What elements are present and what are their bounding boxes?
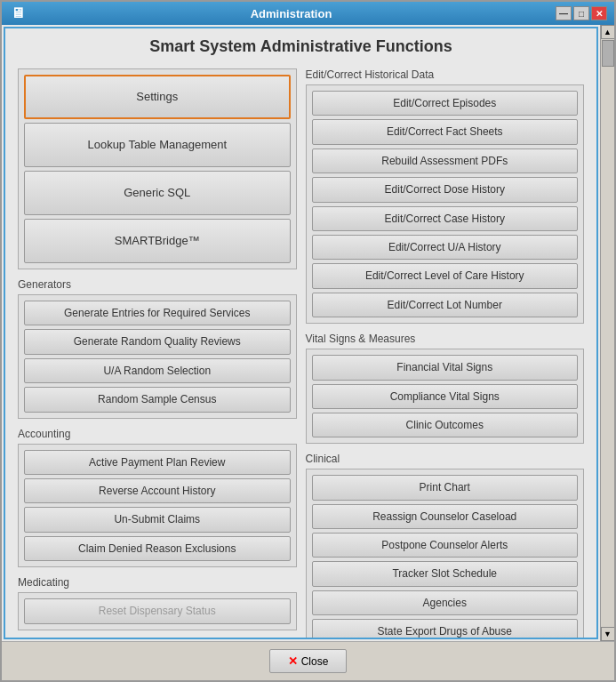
settings-button[interactable]: Settings — [24, 75, 291, 119]
print-chart-button[interactable]: Print Chart — [312, 475, 579, 500]
edit-correct-section: Edit/Correct Historical Data Edit/Correc… — [306, 68, 585, 324]
edit-fact-sheets-button[interactable]: Edit/Correct Fact Sheets — [312, 119, 579, 144]
generators-section: Generators Generate Entries for Required… — [18, 278, 297, 419]
scroll-down-button[interactable]: ▼ — [601, 627, 615, 641]
layout-grid: Settings Lookup Table Management Generic… — [18, 68, 584, 639]
un-submit-button[interactable]: Un-Submit Claims — [24, 507, 291, 532]
state-export-button[interactable]: State Export Drugs of Abuse — [312, 619, 579, 639]
main-window: 🖥 Administration — □ ✕ Smart System Admi… — [0, 0, 616, 682]
edit-correct-label: Edit/Correct Historical Data — [306, 68, 585, 81]
generators-group: Generate Entries for Required Services G… — [18, 294, 297, 419]
edit-correct-group: Edit/Correct Episodes Edit/Correct Fact … — [306, 84, 585, 324]
edit-episodes-button[interactable]: Edit/Correct Episodes — [312, 91, 579, 116]
edit-case-button[interactable]: Edit/Correct Case History — [312, 206, 579, 231]
footer: ✕ Close — [2, 641, 614, 680]
medicating-section: Medicating Reset Dispensary Status — [18, 576, 297, 630]
edit-ua-button[interactable]: Edit/Correct U/A History — [312, 235, 579, 260]
content-area: Smart System Administrative Functions Se… — [2, 25, 614, 641]
medicating-group: Reset Dispensary Status — [18, 592, 297, 630]
scroll-thumb[interactable] — [602, 40, 614, 67]
random-sample-button[interactable]: Random Sample Census — [24, 387, 291, 412]
tracker-slot-button[interactable]: Tracker Slot Schedule — [312, 561, 579, 586]
right-column: Edit/Correct Historical Data Edit/Correc… — [306, 68, 585, 639]
edit-level-button[interactable]: Edit/Correct Level of Care History — [312, 263, 579, 288]
title-bar: 🖥 Administration — □ ✕ — [2, 2, 614, 25]
active-payment-button[interactable]: Active Payment Plan Review — [24, 450, 291, 475]
window-close-button[interactable]: ✕ — [591, 6, 607, 20]
vital-signs-label: Vital Signs & Measures — [306, 333, 585, 345]
rebuild-pdfs-button[interactable]: Rebuild Assessment PDFs — [312, 148, 579, 173]
clinic-outcomes-button[interactable]: Clinic Outcomes — [312, 413, 579, 437]
ua-random-button[interactable]: U/A Random Selection — [24, 358, 291, 383]
minimize-button[interactable]: — — [556, 6, 572, 20]
clinical-label: Clinical — [306, 453, 585, 465]
compliance-vital-button[interactable]: Compliance Vital Signs — [312, 384, 579, 409]
postpone-counselor-button[interactable]: Postpone Counselor Alerts — [312, 533, 579, 558]
generators-label: Generators — [18, 278, 297, 291]
close-button[interactable]: ✕ Close — [269, 649, 348, 673]
agencies-button[interactable]: Agencies — [312, 590, 579, 615]
main-buttons-group: Settings Lookup Table Management Generic… — [18, 68, 297, 269]
medicating-label: Medicating — [18, 576, 297, 589]
title-bar-controls: — □ ✕ — [556, 6, 607, 20]
page-title: Smart System Administrative Functions — [18, 37, 584, 56]
main-content: Smart System Administrative Functions Se… — [4, 27, 598, 639]
clinical-group: Print Chart Reassign Counselor Caseload … — [306, 469, 585, 639]
left-column: Settings Lookup Table Management Generic… — [18, 68, 297, 630]
accounting-label: Accounting — [18, 428, 297, 440]
reassign-counselor-button[interactable]: Reassign Counselor Caseload — [312, 504, 579, 529]
maximize-button[interactable]: □ — [573, 6, 589, 20]
accounting-group: Active Payment Plan Review Reverse Accou… — [18, 444, 297, 568]
window-icon: 🖥 — [9, 5, 27, 21]
scrollbar[interactable]: ▲ ▼ — [600, 25, 614, 641]
accounting-section: Accounting Active Payment Plan Review Re… — [18, 428, 297, 568]
vital-signs-group: Financial Vital Signs Compliance Vital S… — [306, 349, 585, 444]
clinical-section: Clinical Print Chart Reassign Counselor … — [306, 453, 585, 639]
vital-signs-section: Vital Signs & Measures Financial Vital S… — [306, 333, 585, 444]
close-label: Close — [301, 655, 329, 668]
reset-dispensary-button: Reset Dispensary Status — [24, 598, 291, 623]
lookup-table-button[interactable]: Lookup Table Management — [24, 123, 291, 167]
financial-vital-button[interactable]: Financial Vital Signs — [312, 355, 579, 380]
edit-lot-button[interactable]: Edit/Correct Lot Number — [312, 293, 579, 317]
gen-entries-button[interactable]: Generate Entries for Required Services — [24, 301, 291, 325]
scroll-track[interactable] — [601, 39, 615, 627]
smartbridge-button[interactable]: SMARTBridge™ — [24, 219, 291, 263]
generic-sql-button[interactable]: Generic SQL — [24, 171, 291, 215]
scroll-up-button[interactable]: ▲ — [601, 25, 615, 39]
gen-quality-button[interactable]: Generate Random Quality Reviews — [24, 329, 291, 354]
reverse-account-button[interactable]: Reverse Account History — [24, 478, 291, 503]
edit-dose-button[interactable]: Edit/Correct Dose History — [312, 177, 579, 202]
window-title: Administration — [27, 7, 556, 20]
claim-denied-button[interactable]: Claim Denied Reason Exclusions — [24, 536, 291, 561]
close-icon: ✕ — [288, 654, 298, 668]
